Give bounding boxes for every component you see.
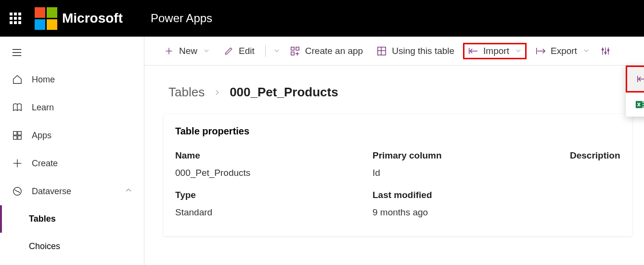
sidebar-item-label: Dataverse [32, 186, 71, 197]
sidebar-subitem-label: Choices [29, 241, 60, 252]
svg-rect-15 [296, 47, 299, 50]
sidebar-item-label: Learn [32, 103, 54, 113]
breadcrumb-root[interactable]: Tables [168, 85, 205, 100]
table-properties-card: Table properties Name Primary column Des… [164, 114, 632, 236]
home-icon [12, 74, 23, 85]
svg-rect-36 [642, 106, 644, 107]
prop-label-name: Name [175, 150, 373, 161]
svg-rect-4 [13, 132, 17, 135]
chevron-down-icon [583, 46, 590, 56]
edit-button[interactable]: Edit [219, 43, 259, 59]
sidebar-item-create[interactable]: Create [0, 149, 144, 177]
chevron-up-icon [125, 186, 132, 197]
breadcrumb-current: 000_Pet_Products [230, 85, 338, 100]
chevron-down-icon [515, 46, 522, 56]
grid-icon [12, 130, 23, 141]
microsoft-brand[interactable]: Microsoft [35, 7, 123, 30]
svg-rect-6 [13, 136, 17, 139]
sidebar-subitem-tables[interactable]: Tables [0, 205, 144, 233]
chevron-down-icon [203, 46, 210, 56]
import-dropdown: Import data Import data from Excel [626, 66, 644, 117]
svg-rect-35 [642, 104, 644, 106]
edit-split-button[interactable] [271, 43, 281, 59]
sidebar-item-apps[interactable]: Apps [0, 121, 144, 149]
table-icon [376, 46, 387, 56]
tool-label: Create an app [305, 46, 363, 56]
sidebar-item-label: Home [32, 75, 55, 85]
prop-value-primary: Id [373, 166, 570, 185]
import-icon [468, 46, 478, 56]
svg-rect-34 [642, 102, 644, 104]
export-icon [535, 46, 546, 56]
new-button[interactable]: New [159, 43, 215, 59]
prop-label-description: Description [570, 150, 620, 161]
prop-label-modified: Last modified [373, 190, 570, 200]
import-data-excel-item[interactable]: Import data from Excel [626, 93, 644, 117]
svg-rect-13 [291, 47, 294, 50]
svg-rect-18 [378, 47, 386, 55]
import-data-item[interactable]: Import data [626, 66, 644, 93]
using-table-button[interactable]: Using this table [372, 43, 459, 59]
separator [265, 45, 266, 57]
hamburger-menu-button[interactable] [0, 41, 144, 66]
prop-value-description [570, 166, 620, 185]
microsoft-logo-icon [35, 7, 57, 30]
app-name: Power Apps [151, 12, 212, 25]
breadcrumb: Tables 000_Pet_Products [144, 66, 644, 109]
sidebar-item-learn[interactable]: Learn [0, 93, 144, 121]
import-icon [636, 74, 644, 84]
export-button[interactable]: Export [530, 43, 594, 59]
app-launcher-icon[interactable] [10, 13, 21, 24]
overflow-button[interactable] [598, 43, 613, 59]
svg-rect-14 [291, 52, 294, 54]
command-bar: New Edit Create a [144, 37, 644, 66]
content-area: New Edit Create a [144, 37, 644, 265]
app-plus-icon [290, 46, 300, 56]
sidebar-subitem-choices[interactable]: Choices [0, 233, 144, 260]
book-icon [12, 102, 23, 113]
prop-value-modified: 9 months ago [373, 205, 570, 225]
tool-label: Using this table [392, 46, 454, 56]
svg-rect-5 [18, 132, 21, 135]
dataverse-icon [12, 186, 23, 197]
prop-value-name: 000_Pet_Products [175, 166, 373, 185]
tool-label: New [179, 46, 197, 56]
sidebar-item-label: Apps [32, 131, 52, 141]
svg-rect-7 [18, 136, 21, 139]
plus-icon [12, 158, 23, 169]
sidebar-item-label: Create [32, 159, 58, 169]
prop-label-type: Type [175, 190, 373, 200]
chevron-down-icon [273, 46, 280, 56]
plus-icon [164, 46, 174, 56]
sliders-icon [600, 46, 611, 56]
card-title: Table properties [175, 126, 620, 137]
create-app-button[interactable]: Create an app [285, 43, 368, 59]
tool-label: Import [483, 46, 509, 56]
prop-label-primary: Primary column [373, 150, 570, 161]
sidebar-subitem-label: Tables [29, 214, 56, 224]
tool-label: Export [551, 46, 577, 56]
sidebar: Home Learn Apps Create Dataverse [0, 37, 144, 265]
brand-text: Microsoft [62, 11, 123, 26]
excel-icon [634, 99, 644, 110]
global-header: Microsoft Power Apps [0, 0, 644, 37]
pencil-icon [223, 46, 234, 56]
import-button[interactable]: Import [463, 43, 527, 59]
sidebar-item-home[interactable]: Home [0, 66, 144, 93]
sidebar-item-dataverse[interactable]: Dataverse [0, 177, 144, 205]
chevron-right-icon [213, 85, 221, 100]
prop-value-type: Standard [175, 205, 373, 225]
tool-label: Edit [239, 46, 255, 56]
